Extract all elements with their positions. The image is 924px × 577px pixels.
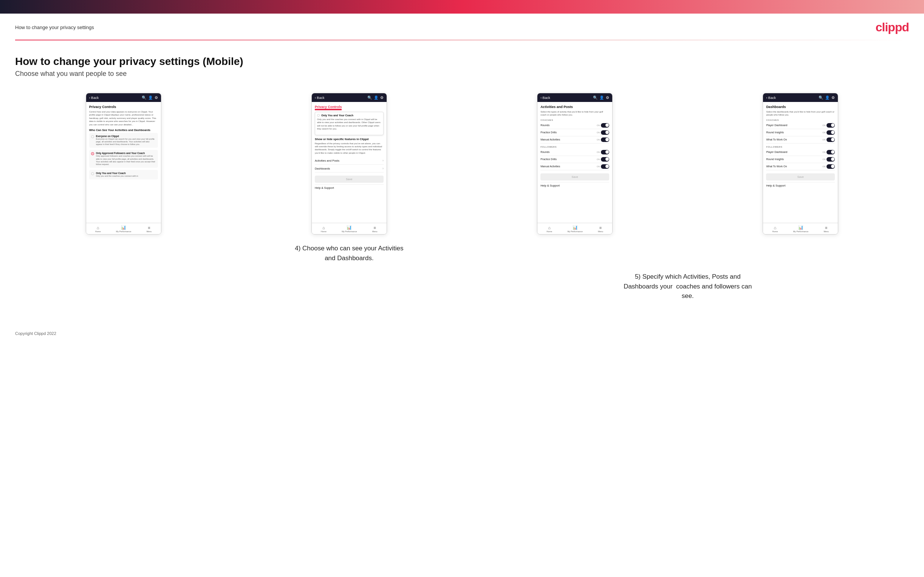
home-label-2: Home bbox=[321, 230, 326, 233]
followers-drills-toggle[interactable] bbox=[601, 157, 609, 162]
menu-icon-2: ≡ bbox=[374, 226, 376, 230]
followers-rounds-toggle[interactable] bbox=[601, 150, 609, 155]
followers-manual-toggle[interactable] bbox=[601, 164, 609, 169]
search-icon-2[interactable]: 🔍 bbox=[367, 95, 372, 100]
nav-performance-2[interactable]: 📊 My Performance bbox=[342, 225, 357, 233]
page-title: How to change your privacy settings (Mob… bbox=[15, 55, 909, 68]
followers-what-to-work-toggle[interactable] bbox=[827, 164, 835, 169]
save-button-3[interactable]: Save bbox=[540, 173, 609, 181]
mobile-nav-bar-3: ‹ Back 🔍 👤 ⚙ bbox=[537, 93, 612, 102]
activities-posts-title: Activities and Posts bbox=[540, 105, 609, 109]
coaches-manual-toggle[interactable] bbox=[601, 137, 609, 142]
show-hide-desc: Regardless of the privacy controls that … bbox=[315, 142, 384, 155]
radio-content-everyone: Everyone on Clippd Everyone on Clippd ca… bbox=[96, 135, 156, 146]
followers-round-insights-toggle[interactable] bbox=[827, 157, 835, 162]
settings-icon-1[interactable]: ⚙ bbox=[155, 95, 158, 100]
radio-option-everyone[interactable]: Everyone on Clippd Everyone on Clippd ca… bbox=[89, 133, 158, 148]
radio-dot-everyone bbox=[91, 135, 94, 138]
profile-icon-4[interactable]: 👤 bbox=[825, 95, 830, 100]
followers-round-insights-label: Round Insights bbox=[766, 158, 784, 161]
screenshot-group-1: ‹ Back 🔍 👤 ⚙ Privacy Controls Control ho… bbox=[15, 93, 232, 234]
mobile-nav-bar-2: ‹ Back 🔍 👤 ⚙ bbox=[312, 93, 387, 102]
nav-home-1[interactable]: ⌂ Home bbox=[95, 226, 101, 233]
coaches-what-to-work-row: What To Work On ON bbox=[766, 136, 835, 143]
menu-activities-posts[interactable]: Activities and Posts › bbox=[315, 157, 384, 164]
back-button-1[interactable]: ‹ Back bbox=[89, 96, 99, 100]
back-button-2[interactable]: ‹ Back bbox=[315, 96, 325, 100]
menu-label-1: Menu bbox=[147, 230, 152, 233]
coaches-player-dash-on: ON bbox=[822, 124, 825, 126]
profile-icon-2[interactable]: 👤 bbox=[374, 95, 378, 100]
mobile-frame-4: ‹ Back 🔍 👤 ⚙ Dashboards Select the dashb… bbox=[762, 93, 838, 234]
followers-rounds-row: Rounds ON bbox=[540, 149, 609, 156]
nav-performance-3[interactable]: 📊 My Performance bbox=[567, 225, 582, 233]
settings-icon-3[interactable]: ⚙ bbox=[606, 95, 609, 100]
top-bar bbox=[0, 0, 924, 14]
coaches-manual-row: Manual Activities ON bbox=[540, 136, 609, 143]
performance-label-3: My Performance bbox=[567, 230, 582, 233]
show-hide-heading: Show or hide specific features in Clippd bbox=[315, 137, 384, 141]
settings-icon-4[interactable]: ⚙ bbox=[832, 95, 835, 100]
coaches-player-dash-label: Player Dashboard bbox=[766, 124, 787, 126]
caption-3-4: 5) Specify which Activities, Posts and D… bbox=[624, 272, 752, 301]
mobile-content-3: Activities and Posts Select the types of… bbox=[537, 102, 612, 223]
followers-manual-label: Manual Activities bbox=[540, 165, 560, 168]
back-button-4[interactable]: ‹ Back bbox=[766, 96, 776, 100]
activities-posts-desc: Select the types of activity that you'd … bbox=[540, 110, 609, 117]
search-icon-4[interactable]: 🔍 bbox=[819, 95, 823, 100]
radio-content-followers: Only Approved Followers and Your Coach O… bbox=[96, 152, 156, 166]
screenshot-group-2: ‹ Back 🔍 👤 ⚙ Privacy Controls bbox=[241, 93, 457, 263]
coaches-round-insights-label: Round Insights bbox=[766, 131, 784, 134]
radio-content-coach-only: Only You and Your Coach Only you and the… bbox=[96, 172, 138, 177]
coaches-drills-toggle[interactable] bbox=[601, 130, 609, 135]
mobile-nav-bar-1: ‹ Back 🔍 👤 ⚙ bbox=[86, 93, 161, 102]
dashboards-chevron: › bbox=[383, 166, 384, 170]
menu-dashboards[interactable]: Dashboards › bbox=[315, 164, 384, 172]
coaches-round-insights-toggle[interactable] bbox=[827, 130, 835, 135]
mobile-frame-3: ‹ Back 🔍 👤 ⚙ Activities and Posts Select… bbox=[537, 93, 612, 234]
activities-posts-label: Activities and Posts bbox=[315, 159, 339, 162]
radio-option-coach-only[interactable]: Only You and Your Coach Only you and the… bbox=[89, 170, 158, 179]
profile-icon-3[interactable]: 👤 bbox=[599, 95, 604, 100]
header: How to change your privacy settings clip… bbox=[0, 14, 924, 40]
coaches-rounds-row: Rounds ON bbox=[540, 122, 609, 129]
activities-posts-chevron: › bbox=[383, 159, 384, 162]
coaches-rounds-label: Rounds bbox=[540, 124, 549, 126]
coaches-manual-on: ON bbox=[597, 139, 600, 141]
dashboards-label: Dashboards bbox=[315, 167, 330, 170]
nav-menu-2[interactable]: ≡ Menu bbox=[372, 226, 378, 233]
nav-menu-4[interactable]: ≡ Menu bbox=[824, 226, 829, 233]
performance-icon-3: 📊 bbox=[573, 225, 578, 230]
followers-drills-on: ON bbox=[597, 158, 600, 161]
mobile-bottom-nav-3: ⌂ Home 📊 My Performance ≡ Menu bbox=[537, 223, 612, 234]
coaches-drills-row: Practice Drills ON bbox=[540, 129, 609, 136]
coaches-round-insights-row: Round Insights ON bbox=[766, 129, 835, 136]
coaches-what-to-work-toggle[interactable] bbox=[827, 137, 835, 142]
radio-option-followers[interactable]: Only Approved Followers and Your Coach O… bbox=[89, 150, 158, 168]
back-button-3[interactable]: ‹ Back bbox=[540, 96, 550, 100]
menu-icon-4: ≡ bbox=[825, 226, 827, 230]
nav-menu-1[interactable]: ≡ Menu bbox=[147, 226, 152, 233]
followers-what-to-work-on: ON bbox=[822, 165, 825, 168]
save-button-4[interactable]: Save bbox=[766, 173, 835, 181]
followers-drills-label: Practice Drills bbox=[540, 158, 557, 161]
nav-performance-1[interactable]: 📊 My Performance bbox=[116, 225, 131, 233]
nav-home-3[interactable]: ⌂ Home bbox=[546, 226, 552, 233]
privacy-controls-tab-2[interactable]: Privacy Controls bbox=[315, 105, 342, 110]
settings-icon-2[interactable]: ⚙ bbox=[380, 95, 384, 100]
nav-home-2[interactable]: ⌂ Home bbox=[321, 226, 326, 233]
search-icon-1[interactable]: 🔍 bbox=[142, 95, 146, 100]
screenshots-row: ‹ Back 🔍 👤 ⚙ Privacy Controls Control ho… bbox=[15, 93, 909, 263]
coaches-rounds-toggle[interactable] bbox=[601, 123, 609, 127]
help-support-3: Help & Support bbox=[540, 182, 609, 189]
nav-menu-3[interactable]: ≡ Menu bbox=[598, 226, 603, 233]
save-button-2[interactable]: Save bbox=[315, 176, 384, 183]
coaches-player-dash-toggle[interactable] bbox=[827, 123, 835, 127]
popup-radio bbox=[317, 114, 320, 117]
followers-player-dash-toggle[interactable] bbox=[827, 150, 835, 155]
profile-icon-1[interactable]: 👤 bbox=[148, 95, 153, 100]
performance-label-1: My Performance bbox=[116, 230, 131, 233]
search-icon-3[interactable]: 🔍 bbox=[593, 95, 598, 100]
nav-performance-4[interactable]: 📊 My Performance bbox=[793, 225, 808, 233]
nav-home-4[interactable]: ⌂ Home bbox=[772, 226, 778, 233]
